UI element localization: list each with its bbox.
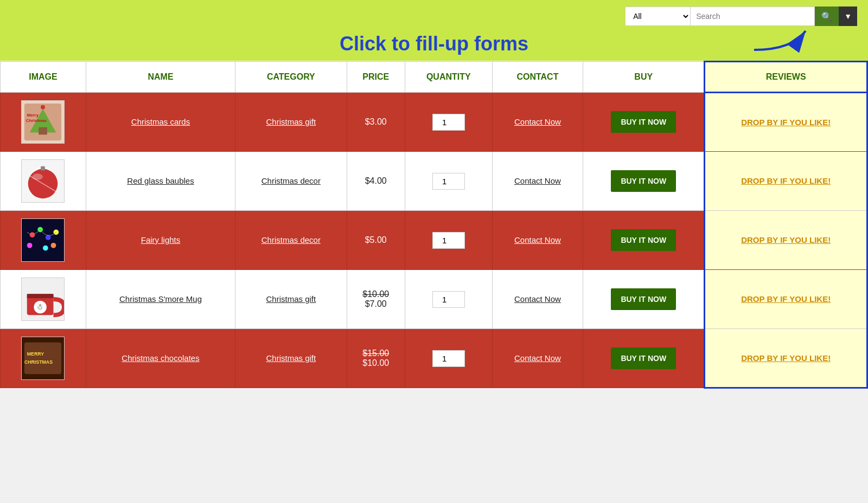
- col-category: CATEGORY: [235, 62, 347, 93]
- product-category-cell: Christmas gift: [235, 329, 347, 388]
- product-contact-cell: Contact Now: [492, 93, 583, 152]
- product-quantity-cell: [405, 270, 492, 329]
- product-name-cell: Christmas S'more Mug: [86, 270, 235, 329]
- product-reviews-cell: DROP BY IF YOU LIKE!: [705, 329, 867, 388]
- svg-point-10: [33, 173, 43, 180]
- product-quantity-cell: [405, 211, 492, 270]
- svg-point-18: [27, 243, 33, 248]
- product-category-link[interactable]: Christmas gift: [266, 294, 316, 304]
- quantity-input[interactable]: [432, 173, 465, 190]
- table-container: IMAGE NAME CATEGORY PRICE QUANTITY CONTA…: [0, 61, 868, 389]
- product-quantity-cell: [405, 329, 492, 388]
- reviews-link[interactable]: DROP BY IF YOU LIKE!: [741, 118, 831, 127]
- table-row: ☃Christmas S'more MugChristmas gift$10.0…: [1, 270, 867, 329]
- col-contact: CONTACT: [492, 62, 583, 93]
- product-contact-cell: Contact Now: [492, 152, 583, 211]
- product-name-link[interactable]: Red glass baubles: [127, 176, 194, 185]
- col-reviews: REVIEWS: [705, 62, 867, 93]
- product-buy-cell: BUY IT NOW: [583, 152, 705, 211]
- contact-link[interactable]: Contact Now: [514, 235, 561, 244]
- product-name-link[interactable]: Fairy lights: [141, 235, 181, 244]
- buy-it-now-button[interactable]: BUY IT NOW: [611, 170, 676, 192]
- svg-rect-4: [39, 127, 48, 135]
- product-buy-cell: BUY IT NOW: [583, 211, 705, 270]
- product-contact-cell: Contact Now: [492, 270, 583, 329]
- product-name-cell: Fairy lights: [86, 211, 235, 270]
- dropdown-caret-button[interactable]: ▼: [839, 7, 857, 26]
- product-quantity-cell: [405, 93, 492, 152]
- product-image-cell: [1, 211, 86, 270]
- product-image: [21, 159, 65, 203]
- svg-rect-13: [22, 219, 64, 261]
- svg-rect-23: [27, 294, 54, 298]
- product-price-cell: $3.00: [347, 93, 405, 152]
- product-category-link[interactable]: Christmas gift: [266, 353, 316, 363]
- buy-it-now-button[interactable]: BUY IT NOW: [611, 347, 676, 369]
- buy-it-now-button[interactable]: BUY IT NOW: [611, 111, 676, 133]
- svg-text:Merry: Merry: [27, 113, 39, 118]
- col-image: IMAGE: [1, 62, 86, 93]
- product-price-cell: $10.00$7.00: [347, 270, 405, 329]
- svg-point-20: [51, 243, 56, 248]
- product-category-link[interactable]: Christmas decor: [261, 235, 321, 244]
- table-row: Fairy lightsChristmas decor$5.00Contact …: [1, 211, 867, 270]
- quantity-input[interactable]: [432, 232, 465, 249]
- product-buy-cell: BUY IT NOW: [583, 270, 705, 329]
- reviews-link[interactable]: DROP BY IF YOU LIKE!: [741, 235, 831, 244]
- product-price-cell: $5.00: [347, 211, 405, 270]
- svg-text:☃: ☃: [37, 303, 44, 312]
- svg-text:MERRY: MERRY: [27, 351, 44, 357]
- product-name-cell: Red glass baubles: [86, 152, 235, 211]
- product-category-cell: Christmas decor: [235, 152, 347, 211]
- col-name: NAME: [86, 62, 235, 93]
- contact-link[interactable]: Contact Now: [514, 353, 561, 363]
- product-image-cell: [1, 152, 86, 211]
- quantity-input[interactable]: [432, 350, 465, 367]
- buy-it-now-button[interactable]: BUY IT NOW: [611, 229, 676, 251]
- quantity-input[interactable]: [432, 291, 465, 308]
- product-name-cell: Christmas chocolates: [86, 329, 235, 388]
- reviews-link[interactable]: DROP BY IF YOU LIKE!: [741, 353, 831, 363]
- search-button[interactable]: 🔍: [815, 7, 839, 26]
- click-to-fill-label: Click to fill-up forms: [11, 28, 857, 61]
- col-quantity: QUANTITY: [405, 62, 492, 93]
- product-category-link[interactable]: Christmas gift: [266, 117, 316, 126]
- contact-link[interactable]: Contact Now: [514, 117, 561, 126]
- table-row: Red glass baublesChristmas decor$4.00Con…: [1, 152, 867, 211]
- header-top-bar: All 🔍 ▼: [11, 7, 857, 26]
- product-image: MerryChristmas: [21, 100, 65, 144]
- buy-it-now-button[interactable]: BUY IT NOW: [611, 288, 676, 310]
- table-row: MerryChristmasChristmas cardsChristmas g…: [1, 93, 867, 152]
- contact-link[interactable]: Contact Now: [514, 176, 561, 185]
- product-buy-cell: BUY IT NOW: [583, 329, 705, 388]
- product-category-link[interactable]: Christmas decor: [261, 176, 321, 185]
- svg-point-19: [43, 246, 48, 251]
- page-header: All 🔍 ▼ Click to fill-up forms: [0, 0, 868, 61]
- contact-link[interactable]: Contact Now: [514, 294, 561, 304]
- product-reviews-cell: DROP BY IF YOU LIKE!: [705, 270, 867, 329]
- product-category-cell: Christmas decor: [235, 211, 347, 270]
- reviews-link[interactable]: DROP BY IF YOU LIKE!: [741, 176, 831, 185]
- product-image: MERRYCHRISTMAS: [21, 337, 65, 380]
- arrow-icon: [749, 12, 814, 55]
- product-category-cell: Christmas gift: [235, 270, 347, 329]
- product-image: [21, 218, 65, 262]
- product-image-cell: MerryChristmas: [1, 93, 86, 152]
- product-reviews-cell: DROP BY IF YOU LIKE!: [705, 211, 867, 270]
- svg-point-14: [30, 232, 35, 237]
- product-name-link[interactable]: Christmas S'more Mug: [119, 294, 202, 304]
- product-reviews-cell: DROP BY IF YOU LIKE!: [705, 152, 867, 211]
- table-header-row: IMAGE NAME CATEGORY PRICE QUANTITY CONTA…: [1, 62, 867, 93]
- product-image: ☃: [21, 278, 65, 321]
- reviews-link[interactable]: DROP BY IF YOU LIKE!: [741, 294, 831, 304]
- product-name-link[interactable]: Christmas chocolates: [122, 353, 199, 363]
- col-buy: BUY: [583, 62, 705, 93]
- quantity-input[interactable]: [432, 114, 465, 131]
- product-name-link[interactable]: Christmas cards: [131, 117, 190, 126]
- category-dropdown[interactable]: All: [625, 7, 690, 26]
- product-buy-cell: BUY IT NOW: [583, 93, 705, 152]
- product-price-cell: $15.00$10.00: [347, 329, 405, 388]
- svg-rect-27: [24, 343, 61, 375]
- product-name-cell: Christmas cards: [86, 93, 235, 152]
- svg-point-5: [41, 105, 46, 109]
